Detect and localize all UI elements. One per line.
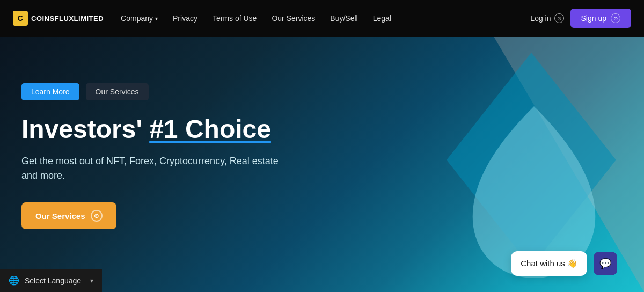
login-arrow-icon: ⊙: [554, 13, 564, 23]
nav-legal-link[interactable]: Legal: [373, 14, 391, 23]
chat-icon: 💬: [599, 258, 611, 269]
logo-icon: C: [13, 11, 28, 26]
nav-item-buysell[interactable]: Buy/Sell: [330, 13, 357, 23]
our-services-main-button[interactable]: Our Services ⊙: [21, 202, 116, 229]
learn-more-button[interactable]: Learn More: [21, 83, 79, 100]
login-label: Log in: [530, 14, 551, 23]
login-button[interactable]: Log in ⊙: [530, 13, 564, 23]
nav-terms-link[interactable]: Terms of Use: [213, 14, 257, 23]
logo[interactable]: C COINSFLUXLIMITED: [13, 11, 104, 26]
nav-links: Company ▾ Privacy Terms of Use Our Servi…: [121, 13, 391, 23]
signup-button[interactable]: Sign up ⊙: [570, 9, 631, 28]
globe-icon: 🌐: [9, 275, 19, 286]
logo-text: COINSFLUXLIMITED: [31, 14, 104, 23]
language-label: Select Language: [25, 276, 81, 285]
hero-title-highlighted: #1 Choice: [149, 115, 271, 143]
nav-item-company[interactable]: Company ▾: [121, 14, 158, 23]
signup-arrow-icon: ⊙: [611, 13, 620, 23]
hero-section: Learn More Our Services Investors' #1 Ch…: [0, 36, 644, 292]
nav-item-terms[interactable]: Terms of Use: [213, 13, 257, 23]
hero-title: Investors' #1 Choice: [21, 115, 343, 144]
navbar: C COINSFLUXLIMITED Company ▾ Privacy Ter…: [0, 0, 644, 36]
our-services-top-button[interactable]: Our Services: [86, 83, 149, 100]
chat-bubble: Chat with us 👋: [511, 251, 587, 276]
chevron-down-icon: ▾: [90, 277, 93, 284]
nav-item-services[interactable]: Our Services: [272, 13, 315, 23]
chat-widget: Chat with us 👋 💬: [511, 251, 617, 276]
nav-company-label: Company: [121, 14, 153, 23]
our-services-arrow-icon: ⊙: [91, 210, 103, 222]
nav-buysell-link[interactable]: Buy/Sell: [330, 14, 357, 23]
hero-subtitle: Get the most out of NFT, Forex, Cryptocu…: [21, 154, 279, 183]
our-services-main-label: Our Services: [35, 211, 85, 221]
chat-button[interactable]: 💬: [594, 252, 617, 275]
nav-item-legal[interactable]: Legal: [373, 13, 391, 23]
nav-item-privacy[interactable]: Privacy: [173, 13, 197, 23]
nav-services-link[interactable]: Our Services: [272, 14, 315, 23]
hero-content: Learn More Our Services Investors' #1 Ch…: [21, 36, 343, 292]
nav-privacy-link[interactable]: Privacy: [173, 14, 197, 23]
chevron-down-icon: ▾: [155, 16, 158, 21]
language-selector[interactable]: 🌐 Select Language ▾: [0, 269, 102, 292]
navbar-left: C COINSFLUXLIMITED Company ▾ Privacy Ter…: [13, 11, 391, 26]
navbar-right: Log in ⊙ Sign up ⊙: [530, 9, 631, 28]
signup-label: Sign up: [581, 14, 606, 23]
hero-top-buttons: Learn More Our Services: [21, 83, 343, 100]
hero-title-part1: Investors': [21, 115, 149, 143]
